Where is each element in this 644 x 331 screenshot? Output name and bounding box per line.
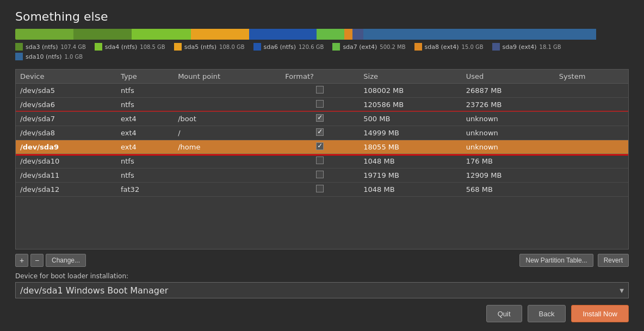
table-row[interactable]: /dev/sda12fat321048 MB568 MB bbox=[16, 183, 628, 197]
system-cell bbox=[555, 183, 628, 197]
chevron-down-icon: ▼ bbox=[620, 288, 624, 293]
table-row[interactable]: /dev/sda9ext4/home18055 MBunknown bbox=[16, 140, 628, 154]
bootloader-dropdown[interactable]: /dev/sda1 Windows Boot Manager ▼ bbox=[15, 282, 629, 298]
legend-item: sda9 (ext4)18.1 GB bbox=[492, 43, 561, 51]
legend-swatch bbox=[174, 43, 182, 51]
size-cell: 500 MB bbox=[359, 112, 461, 126]
legend-item: sda4 (ntfs)108.5 GB bbox=[95, 43, 165, 51]
type-cell: ntfs bbox=[116, 84, 174, 98]
mount-cell: /home bbox=[174, 140, 281, 154]
table-row[interactable]: /dev/sda6ntfs120586 MB23726 MB bbox=[16, 98, 628, 112]
table-row[interactable]: /dev/sda5ntfs108002 MB26887 MB bbox=[16, 84, 628, 98]
partition-legend: sda3 (ntfs)107.4 GBsda4 (ntfs)108.5 GBsd… bbox=[15, 43, 629, 60]
revert-button[interactable]: Revert bbox=[598, 254, 629, 267]
legend-swatch bbox=[95, 43, 102, 51]
format-checkbox[interactable] bbox=[316, 185, 324, 192]
remove-partition-button[interactable]: − bbox=[30, 254, 44, 267]
system-cell bbox=[555, 98, 628, 112]
legend-size: 18.1 GB bbox=[540, 44, 561, 50]
table-row[interactable]: /dev/sda10ntfs1048 MB176 MB bbox=[16, 154, 628, 168]
used-cell: 23726 MB bbox=[462, 98, 555, 112]
system-cell bbox=[555, 126, 628, 140]
type-cell: ntfs bbox=[116, 154, 174, 168]
partition-table[interactable]: DeviceTypeMount pointFormat?SizeUsedSyst… bbox=[15, 69, 629, 249]
size-cell: 120586 MB bbox=[359, 98, 461, 112]
format-checkbox[interactable] bbox=[316, 142, 324, 150]
type-cell: ntfs bbox=[116, 168, 174, 183]
format-cell[interactable] bbox=[281, 98, 359, 112]
system-cell bbox=[555, 140, 628, 154]
format-cell[interactable] bbox=[281, 140, 359, 154]
mount-cell bbox=[174, 98, 281, 112]
legend-label: sda10 (ntfs) bbox=[26, 53, 61, 60]
table-row[interactable]: /dev/sda7ext4/boot500 MBunknown bbox=[16, 112, 628, 126]
mount-cell bbox=[174, 154, 281, 168]
format-cell[interactable] bbox=[281, 126, 359, 140]
table-header: DeviceTypeMount pointFormat?SizeUsedSyst… bbox=[16, 70, 628, 84]
legend-label: sda4 (ntfs) bbox=[105, 43, 137, 51]
format-checkbox[interactable] bbox=[316, 86, 324, 93]
legend-item: sda5 (ntfs)108.0 GB bbox=[174, 43, 245, 51]
legend-size: 15.0 GB bbox=[462, 44, 484, 50]
legend-swatch bbox=[492, 43, 500, 51]
system-cell bbox=[555, 112, 628, 126]
device-cell: /dev/sda12 bbox=[16, 183, 116, 197]
partition-bar bbox=[15, 29, 629, 40]
device-cell: /dev/sda5 bbox=[16, 84, 116, 98]
legend-label: sda8 (ext4) bbox=[425, 43, 459, 51]
mount-cell: /boot bbox=[174, 112, 281, 126]
device-cell: /dev/sda7 bbox=[16, 112, 116, 126]
size-cell: 108002 MB bbox=[359, 84, 461, 98]
legend-label: sda3 (ntfs) bbox=[26, 43, 58, 51]
used-cell: unknown bbox=[462, 112, 555, 126]
legend-item: sda6 (ntfs)120.6 GB bbox=[253, 43, 324, 51]
table-col-header: Type bbox=[116, 70, 174, 84]
format-checkbox[interactable] bbox=[316, 171, 324, 178]
format-cell[interactable] bbox=[281, 84, 359, 98]
legend-swatch bbox=[15, 53, 23, 60]
legend-item: sda8 (ext4)15.0 GB bbox=[414, 43, 484, 51]
legend-label: sda9 (ext4) bbox=[503, 43, 537, 51]
format-cell[interactable] bbox=[281, 183, 359, 197]
type-cell: ext4 bbox=[116, 112, 174, 126]
type-cell: ext4 bbox=[116, 140, 174, 154]
format-checkbox[interactable] bbox=[316, 114, 324, 122]
bootloader-section: Device for boot loader installation: /de… bbox=[15, 272, 629, 298]
partition-controls: + − Change... New Partition Table... Rev… bbox=[15, 254, 629, 267]
add-partition-button[interactable]: + bbox=[15, 254, 28, 267]
table-col-header: Device bbox=[16, 70, 116, 84]
used-cell: unknown bbox=[462, 140, 555, 154]
table-row[interactable]: /dev/sda11ntfs19719 MB12909 MB bbox=[16, 168, 628, 183]
bootloader-label: Device for boot loader installation: bbox=[15, 272, 629, 280]
type-cell: ext4 bbox=[116, 126, 174, 140]
format-checkbox[interactable] bbox=[316, 128, 324, 136]
table-row[interactable]: /dev/sda8ext4/14999 MBunknown bbox=[16, 126, 628, 140]
size-cell: 19719 MB bbox=[359, 168, 461, 183]
system-cell bbox=[555, 168, 628, 183]
change-partition-button[interactable]: Change... bbox=[46, 254, 86, 267]
type-cell: ntfs bbox=[116, 98, 174, 112]
format-cell[interactable] bbox=[281, 112, 359, 126]
legend-size: 500.2 MB bbox=[380, 44, 405, 50]
legend-swatch bbox=[253, 43, 261, 51]
back-button[interactable]: Back bbox=[528, 305, 566, 322]
format-checkbox[interactable] bbox=[316, 157, 324, 164]
table-col-header: Format? bbox=[281, 70, 359, 84]
legend-item: sda7 (ext4)500.2 MB bbox=[332, 43, 405, 51]
new-partition-table-button[interactable]: New Partition Table... bbox=[519, 254, 593, 267]
legend-item: sda10 (ntfs)1.0 GB bbox=[15, 53, 83, 60]
device-cell: /dev/sda11 bbox=[16, 168, 116, 183]
mount-cell bbox=[174, 84, 281, 98]
used-cell: 568 MB bbox=[462, 183, 555, 197]
format-cell[interactable] bbox=[281, 154, 359, 168]
format-cell[interactable] bbox=[281, 168, 359, 183]
install-now-button[interactable]: Install Now bbox=[571, 305, 629, 322]
format-checkbox[interactable] bbox=[316, 100, 324, 108]
legend-size: 107.4 GB bbox=[60, 44, 85, 50]
table-col-header: Size bbox=[359, 70, 461, 84]
size-cell: 18055 MB bbox=[359, 140, 461, 154]
device-cell: /dev/sda9 bbox=[16, 140, 116, 154]
legend-label: sda7 (ext4) bbox=[343, 43, 377, 51]
size-cell: 1048 MB bbox=[359, 154, 461, 168]
quit-button[interactable]: Quit bbox=[486, 305, 522, 322]
